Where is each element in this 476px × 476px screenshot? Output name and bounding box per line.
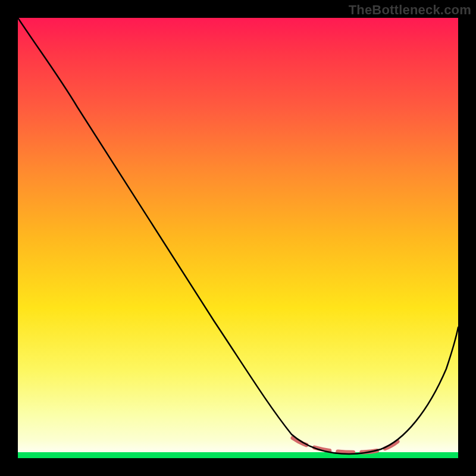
curve-layer <box>18 18 458 458</box>
bottleneck-curve <box>18 18 458 454</box>
chart-container: { "watermark": "TheBottleneck.com", "cha… <box>0 0 476 476</box>
watermark-text: TheBottleneck.com <box>349 2 471 18</box>
plot-area <box>18 18 458 458</box>
